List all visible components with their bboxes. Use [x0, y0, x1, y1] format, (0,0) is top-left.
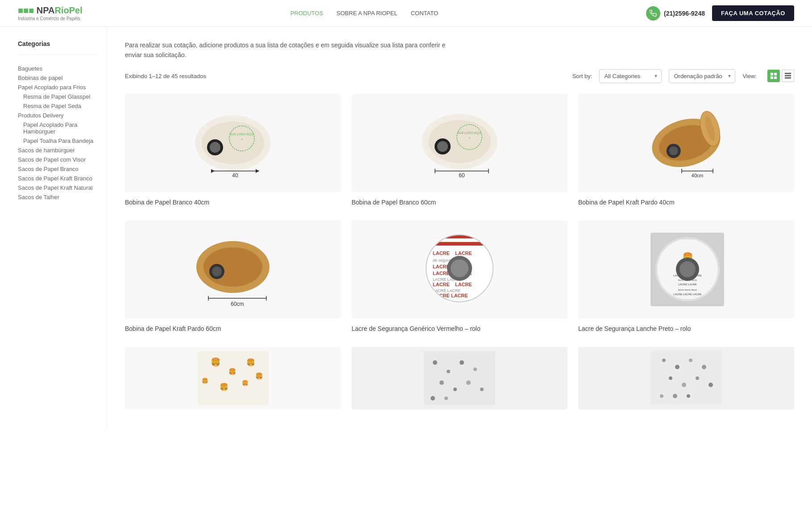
svg-rect-2: [771, 76, 773, 79]
svg-text:LACRE: LACRE: [455, 250, 472, 256]
product-name-1[interactable]: Bobina de Papel Branco 40cm: [125, 198, 341, 207]
sidebar-item-sacos-kraft-branco[interactable]: Sacos de Papel Kraft Branco: [18, 174, 98, 183]
order-select[interactable]: Ordenação padrão: [669, 69, 735, 83]
sidebar-item-sacos-visor[interactable]: Sacos de Papel com Visor: [18, 155, 98, 164]
grid-view-icon[interactable]: [767, 70, 780, 82]
view-label: View:: [742, 73, 757, 79]
product-card-2[interactable]: SUA LOGO AQUI ● 60 Bobina de Papel Branc…: [352, 94, 568, 207]
sidebar-title: Categorias: [18, 40, 98, 47]
svg-point-89: [433, 360, 437, 365]
svg-text:🍔: 🍔: [246, 358, 255, 367]
svg-text:60: 60: [459, 172, 465, 179]
svg-text:40: 40: [232, 172, 238, 179]
sidebar-item-papel-acoplado[interactable]: Papel Acoplado para Frios: [18, 83, 98, 92]
categories-select[interactable]: All Categories: [599, 69, 662, 83]
svg-point-10: [210, 142, 220, 153]
product-card-3[interactable]: 40cm Bobina de Papel Kraft Pardo 40cm: [578, 94, 794, 207]
view-icons: [767, 70, 794, 82]
svg-point-40: [212, 267, 222, 276]
svg-point-90: [447, 370, 450, 373]
toolbar: Exibindo 1–12 de 45 resultados Sort by: …: [125, 69, 794, 83]
product-image-8: [352, 347, 568, 409]
logo-subtitle: Indústria e Comércio de Papéis: [18, 16, 83, 21]
content-area: Para realizar sua cotação, adicione prod…: [107, 27, 812, 429]
sidebar-item-baguetes[interactable]: Baguetes: [18, 64, 98, 73]
sidebar-item-resma-glasspel[interactable]: Resma de Papel Glasspel: [18, 92, 98, 101]
svg-text:SUA LOGO AQUI: SUA LOGO AQUI: [230, 133, 254, 136]
sidebar-item-bobinas[interactable]: Bobinas de papel: [18, 73, 98, 83]
product-card-4[interactable]: 60cm Bobina de Papel Kraft Pardo 60cm: [125, 220, 341, 334]
nav-produtos[interactable]: PRODUTOS: [290, 10, 323, 17]
sidebar-item-papel-hamburguer[interactable]: Papel Acoplado Para Hambúrguer: [18, 120, 98, 136]
product-image-1: SUA LOGO AQUI ● 40: [125, 94, 341, 192]
header-right: (21)2596-9248 FAÇA UMA COTAÇÃO: [646, 5, 794, 21]
svg-text:LACRE LACRE LACRE: LACRE LACRE LACRE: [673, 293, 701, 296]
svg-rect-6: [785, 77, 791, 79]
svg-text:🍔: 🍔: [220, 383, 228, 391]
product-image-2: SUA LOGO AQUI ● 60: [352, 94, 568, 192]
svg-text:🍔: 🍔: [255, 372, 263, 380]
logo-riopel: RioPel: [55, 5, 83, 15]
product-name-2[interactable]: Bobina de Papel Branco 60cm: [352, 198, 568, 207]
svg-point-93: [439, 380, 444, 385]
svg-point-79: [679, 261, 696, 277]
svg-point-63: [451, 259, 468, 277]
svg-rect-48: [426, 235, 493, 238]
sidebar-item-sacos-hamburguer[interactable]: Sacos de hambúrguer: [18, 146, 98, 155]
svg-point-106: [696, 376, 699, 380]
svg-point-102: [689, 359, 692, 362]
svg-text:40cm: 40cm: [692, 173, 704, 178]
header: ■■■ NPARioPel Indústria e Comércio de Pa…: [0, 0, 812, 27]
main-layout: Categorias Baguetes Bobinas de papel Pap…: [0, 27, 812, 429]
product-name-5[interactable]: Lacre de Segurança Genérico Vermelho – r…: [352, 325, 568, 334]
svg-point-92: [473, 367, 477, 371]
sidebar-item-papel-toalha[interactable]: Papel Toalha Para Bandeja: [18, 136, 98, 146]
svg-point-100: [662, 359, 666, 362]
product-card-8[interactable]: [352, 347, 568, 416]
nav-contato[interactable]: CONTATO: [411, 10, 438, 17]
sidebar-item-resma-seda[interactable]: Resma de Papel Seda: [18, 101, 98, 111]
svg-text:lacre lacre lacre: lacre lacre lacre: [678, 288, 697, 291]
product-image-3: 40cm: [578, 94, 794, 192]
product-card-6[interactable]: 🍔 LACRE de segurança LACRE LACRE LACRE l…: [578, 220, 794, 334]
sidebar-item-delivery[interactable]: Produtos Delivery: [18, 111, 98, 120]
product-name-4[interactable]: Bobina de Papel Kraft Pardo 60cm: [125, 325, 341, 334]
sidebar-item-sacos-talher[interactable]: Sacos de Talher: [18, 192, 98, 202]
svg-point-95: [466, 380, 471, 385]
product-grid: SUA LOGO AQUI ● 40 Bobina de Papel Branc…: [125, 94, 794, 416]
product-image-6: 🍔 LACRE de segurança LACRE LACRE LACRE l…: [578, 220, 794, 318]
svg-rect-3: [774, 76, 777, 79]
product-card-1[interactable]: SUA LOGO AQUI ● 40 Bobina de Papel Branc…: [125, 94, 341, 207]
logo-text: ■■■ NPARioPel: [18, 5, 83, 15]
svg-point-97: [431, 396, 435, 401]
svg-point-107: [708, 383, 713, 387]
phone-icon: [646, 6, 660, 21]
svg-text:LACRE: LACRE: [433, 250, 450, 256]
sidebar-item-sacos-kraft-natural[interactable]: Sacos de Papel Kraft Natural: [18, 183, 98, 192]
product-image-7: 🍔 🍔 🍔 🍔 🍔 🍔 🍔: [125, 347, 341, 409]
svg-text:🍔: 🍔: [202, 377, 208, 384]
svg-rect-4: [785, 73, 791, 74]
info-box: Para realizar sua cotação, adicione prod…: [125, 40, 794, 60]
list-view-icon[interactable]: [782, 70, 794, 82]
logo-npa: NPA: [37, 5, 55, 15]
svg-text:60cm: 60cm: [231, 301, 244, 307]
product-image-4: 60cm: [125, 220, 341, 318]
phone-number: (21)2596-9248: [664, 10, 705, 17]
product-card-7[interactable]: 🍔 🍔 🍔 🍔 🍔 🍔 🍔: [125, 347, 341, 416]
sidebar-item-sacos-branco[interactable]: Sacos de Papel Branco: [18, 164, 98, 174]
svg-rect-1: [774, 73, 777, 75]
product-name-3[interactable]: Bobina de Papel Kraft Pardo 40cm: [578, 198, 794, 207]
svg-point-101: [675, 365, 679, 369]
svg-text:🍔: 🍔: [228, 368, 236, 375]
nav-sobre[interactable]: SOBRE A NPA RIOPEL: [336, 10, 397, 17]
product-name-6[interactable]: Lacre de Segurança Lanche Preto – rolo: [578, 325, 794, 334]
cta-button[interactable]: FAÇA UMA COTAÇÃO: [712, 5, 794, 21]
order-select-wrapper: Ordenação padrão: [669, 69, 735, 83]
product-card-9[interactable]: [578, 347, 794, 416]
product-card-5[interactable]: LACRE LACRE de segurança LACRE LACRE LAC…: [352, 220, 568, 334]
svg-point-105: [682, 383, 686, 387]
info-text-2: enviar sua solicitação.: [125, 50, 794, 60]
svg-text:🍔: 🍔: [242, 380, 249, 386]
svg-rect-5: [785, 75, 791, 76]
